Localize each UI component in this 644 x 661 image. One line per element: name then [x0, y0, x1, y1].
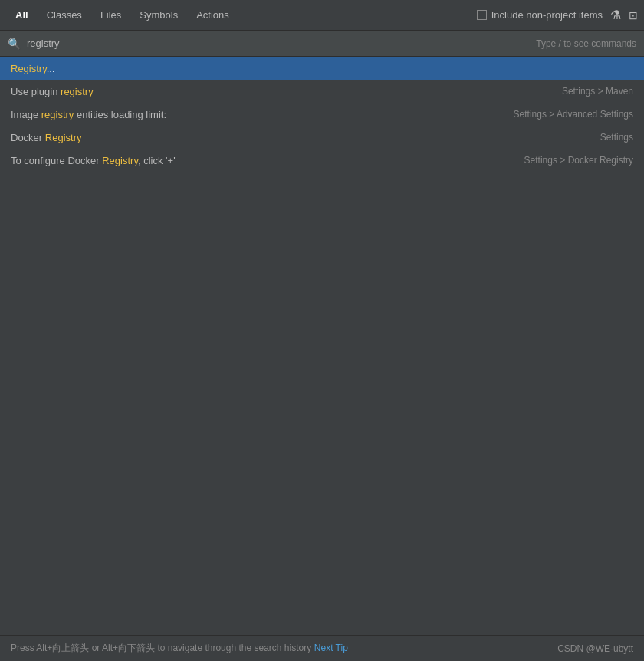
result-path-5: Settings > Docker Registry: [524, 155, 633, 166]
status-right-text: CSDN @WE-ubytt: [557, 643, 633, 654]
status-left-text: Press Alt+向上箭头 or Alt+向下箭头 to navigate t…: [11, 643, 311, 653]
search-input[interactable]: [27, 38, 536, 49]
include-non-project-text: Include non-project items: [491, 9, 603, 21]
tab-files[interactable]: Files: [91, 3, 130, 27]
result-label-3: Image registry entities loading limit:: [11, 109, 166, 120]
result-item-left-1: Registry...: [11, 63, 55, 74]
result-item-docker-registry[interactable]: Docker Registry Settings: [0, 126, 644, 149]
tab-classes[interactable]: Classes: [38, 3, 91, 27]
result-item-left-5: To configure Docker Registry, click '+': [11, 155, 176, 166]
result-item-left-2: Use plugin registry: [11, 86, 94, 97]
tab-bar: All Classes Files Symbols Actions Includ…: [0, 0, 644, 31]
result-item-configure-docker-registry[interactable]: To configure Docker Registry, click '+' …: [0, 149, 644, 172]
result-label-1: Registry...: [11, 63, 55, 74]
search-bar: 🔍 Type / to see commands: [0, 31, 644, 57]
tab-right-controls: Include non-project items ⚗ ⊡: [477, 8, 638, 22]
result-item-image-registry[interactable]: Image registry entities loading limit: S…: [0, 103, 644, 126]
result-label-2: Use plugin registry: [11, 86, 94, 97]
result-item-registry[interactable]: Registry...: [0, 57, 644, 80]
window-icon[interactable]: ⊡: [629, 9, 638, 21]
result-path-3: Settings > Advanced Settings: [514, 109, 633, 120]
search-hint: Type / to see commands: [536, 38, 636, 49]
result-label-5: To configure Docker Registry, click '+': [11, 155, 176, 166]
tab-actions[interactable]: Actions: [187, 3, 238, 27]
status-bar: Press Alt+向上箭头 or Alt+向下箭头 to navigate t…: [0, 635, 644, 661]
result-item-left-4: Docker Registry: [11, 132, 81, 143]
search-icon: 🔍: [8, 38, 21, 50]
result-item-use-plugin-registry[interactable]: Use plugin registry Settings > Maven: [0, 80, 644, 103]
tab-symbols[interactable]: Symbols: [130, 3, 187, 27]
result-label-4: Docker Registry: [11, 132, 81, 143]
status-left: Press Alt+向上箭头 or Alt+向下箭头 to navigate t…: [11, 642, 348, 655]
result-path-2: Settings > Maven: [562, 86, 633, 97]
results-list: Registry... Use plugin registry Settings…: [0, 57, 644, 172]
include-non-project-checkbox[interactable]: [477, 10, 487, 20]
next-tip-button[interactable]: Next Tip: [314, 643, 348, 653]
result-path-4: Settings: [600, 132, 633, 143]
result-item-left-3: Image registry entities loading limit:: [11, 109, 166, 120]
include-non-project-label[interactable]: Include non-project items: [477, 9, 603, 21]
main-area: [0, 172, 644, 658]
tab-all[interactable]: All: [6, 3, 38, 27]
filter-icon[interactable]: ⚗: [610, 8, 621, 22]
